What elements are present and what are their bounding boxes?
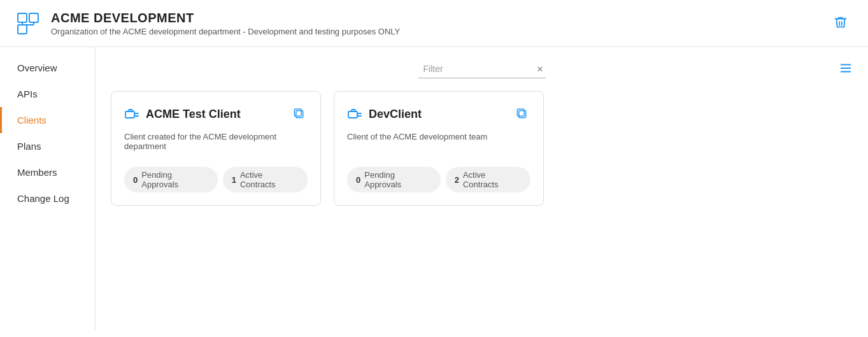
card-description-devclient: Client of the ACME development team (347, 132, 530, 141)
header-left: ACME DEVELOPMENT Organization of the ACM… (15, 11, 400, 36)
card-title-acme-test: ACME Test Client (146, 108, 241, 121)
active-contracts-badge-acme-test[interactable]: 1 Active Contracts (223, 167, 308, 192)
sidebar-item-changelog[interactable]: Change Log (0, 185, 95, 212)
card-description-acme-test: Client created for the ACME development … (124, 132, 308, 151)
svg-rect-17 (517, 109, 524, 116)
card-header-acme-test: ACME Test Client (124, 104, 308, 124)
list-view-button[interactable] (839, 61, 853, 77)
card-badges-devclient: 0 Pending Approvals 2 Active Contracts (347, 167, 530, 192)
svg-rect-18 (519, 111, 526, 118)
copy-icon-dev (515, 107, 528, 120)
client-icon (124, 107, 139, 122)
card-title-group-dev: DevClient (347, 107, 422, 122)
main-layout: Overview APIs Clients Plans Members Chan… (0, 47, 868, 330)
filter-clear-button[interactable]: × (537, 64, 543, 75)
active-label-dev: Active Contracts (463, 170, 522, 189)
copy-icon (292, 107, 305, 120)
pending-approvals-badge-acme-test[interactable]: 0 Pending Approvals (124, 167, 218, 192)
card-copy-button-acme-test[interactable] (290, 104, 308, 124)
filter-input[interactable] (418, 60, 546, 78)
card-header-devclient: DevClient (347, 104, 530, 124)
active-count-acme-test: 1 (232, 175, 236, 185)
active-label: Active Contracts (240, 170, 299, 189)
card-title-devclient: DevClient (369, 108, 422, 121)
card-title-group: ACME Test Client (124, 107, 241, 122)
sidebar-item-members[interactable]: Members (0, 159, 95, 185)
sidebar-item-overview[interactable]: Overview (0, 55, 95, 81)
org-icon (15, 11, 41, 36)
svg-rect-2 (29, 13, 38, 22)
list-view-icon (839, 61, 853, 75)
svg-rect-1 (18, 25, 27, 34)
active-contracts-badge-devclient[interactable]: 2 Active Contracts (446, 167, 530, 192)
active-count-devclient: 2 (455, 175, 459, 185)
svg-rect-14 (348, 111, 357, 118)
header: ACME DEVELOPMENT Organization of the ACM… (0, 0, 868, 47)
sidebar-item-plans[interactable]: Plans (0, 133, 95, 159)
org-description: Organization of the ACME development dep… (51, 27, 400, 36)
card-copy-button-devclient[interactable] (513, 104, 530, 124)
pending-approvals-badge-devclient[interactable]: 0 Pending Approvals (347, 167, 441, 192)
client-card-devclient: DevClient Client of the ACME development… (334, 91, 544, 206)
pending-label: Pending Approvals (141, 170, 208, 189)
org-info: ACME DEVELOPMENT Organization of the ACM… (51, 11, 400, 36)
content-area: × (96, 47, 868, 330)
filter-input-wrapper: × (418, 60, 546, 78)
client-card-acme-test: ACME Test Client Client created for the … (111, 91, 321, 206)
card-badges-acme-test: 0 Pending Approvals 1 Active Contracts (124, 167, 308, 192)
trash-icon (834, 15, 848, 29)
pending-count-devclient: 0 (356, 175, 360, 185)
pending-label-dev: Pending Approvals (364, 170, 431, 189)
svg-rect-13 (296, 111, 303, 118)
filter-bar: × (111, 60, 853, 78)
sidebar-item-apis[interactable]: APIs (0, 81, 95, 107)
sidebar: Overview APIs Clients Plans Members Chan… (0, 47, 96, 330)
svg-rect-9 (125, 111, 134, 118)
svg-rect-12 (294, 109, 301, 116)
client-icon-dev (347, 107, 362, 122)
svg-rect-0 (18, 13, 27, 22)
org-name: ACME DEVELOPMENT (51, 11, 400, 25)
sidebar-item-clients[interactable]: Clients (0, 107, 95, 133)
pending-count-acme-test: 0 (133, 175, 138, 185)
delete-button[interactable] (829, 10, 853, 36)
clients-grid: ACME Test Client Client created for the … (111, 91, 853, 206)
